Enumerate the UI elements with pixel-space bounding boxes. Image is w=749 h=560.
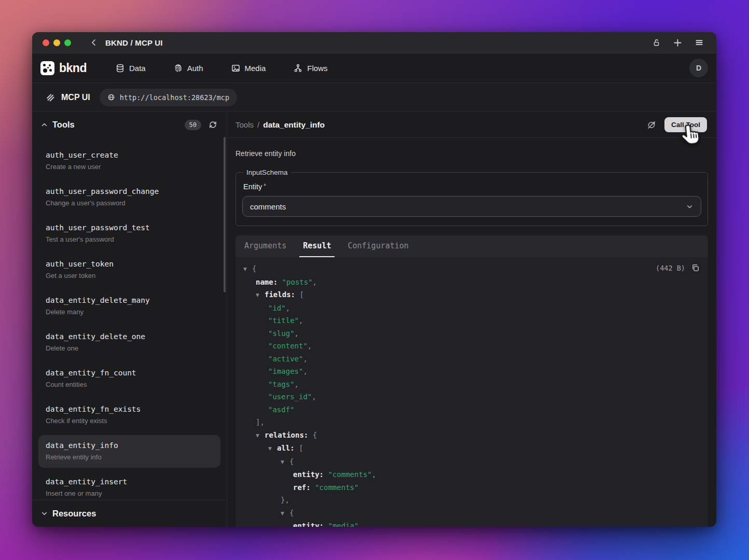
tool-name: auth_user_password_change	[46, 186, 213, 197]
tab-result[interactable]: Result	[299, 235, 335, 257]
tool-description: Insert one or many	[46, 489, 213, 498]
tool-description: Delete many	[46, 307, 213, 317]
auto-refresh-off-icon[interactable]	[647, 120, 656, 130]
nav-item-label: Media	[245, 64, 266, 73]
collapse-toggle-icon[interactable]: ▼	[243, 263, 252, 276]
json-punctuation: [	[299, 290, 303, 299]
input-schema-legend: InputSchema	[243, 169, 291, 176]
resources-section-title: Resources	[52, 509, 96, 519]
json-punctuation: ,	[358, 522, 363, 527]
lock-icon[interactable]	[652, 38, 661, 47]
window-controls	[32, 39, 71, 46]
tools-count-badge: 50	[185, 120, 201, 130]
chevron-up-icon	[40, 121, 48, 129]
database-icon	[116, 64, 124, 73]
select-chevron-down-icon	[686, 203, 693, 211]
json-line: name: "posts",	[235, 276, 708, 289]
json-string: "id"	[268, 304, 286, 312]
json-punctuation: ,	[286, 304, 290, 312]
json-line: "id",	[235, 302, 708, 315]
json-string: "images"	[268, 367, 303, 375]
back-button[interactable]	[90, 38, 98, 47]
copy-icon[interactable]	[691, 263, 700, 272]
new-tab-icon[interactable]	[673, 38, 682, 47]
tool-list-item-auth_user_password_change[interactable]: auth_user_password_changeChange a user's…	[38, 181, 220, 214]
tool-list-item-data_entity_fn_exists[interactable]: data_entity_fn_existsCheck if entity exi…	[38, 399, 220, 431]
menu-icon[interactable]	[695, 38, 704, 47]
entity-field-label: Entity*	[243, 183, 701, 191]
tool-name: auth_user_password_test	[46, 222, 213, 233]
required-mark: *	[263, 183, 266, 190]
json-string: "media"	[328, 522, 358, 527]
json-string: "comments"	[328, 470, 371, 479]
server-url: http://localhost:28623/mcp	[120, 93, 229, 102]
json-punctuation: {	[252, 264, 256, 273]
tool-name: auth_user_token	[46, 259, 213, 269]
minimize-window-button[interactable]	[53, 39, 60, 46]
tool-list-item-data_entity_fn_count[interactable]: data_entity_fn_countCount entities	[38, 362, 220, 395]
tool-name: data_entity_fn_exists	[46, 404, 213, 414]
collapse-toggle-icon[interactable]: ▼	[281, 456, 289, 469]
breadcrumb-parent[interactable]: Tools	[235, 120, 254, 129]
json-line: "users_id",	[235, 390, 708, 403]
tab-configuration[interactable]: Configuration	[344, 235, 412, 257]
nav-item-flows[interactable]: Flows	[294, 64, 327, 73]
collapse-toggle-icon[interactable]: ▼	[281, 507, 289, 520]
collapse-toggle-icon[interactable]: ▼	[256, 289, 265, 302]
tool-list-item-data_entity_insert[interactable]: data_entity_insertInsert one or many	[38, 471, 220, 500]
tool-name: data_entity_delete_one	[46, 331, 213, 342]
sidebar-scrollbar-thumb[interactable]	[224, 137, 226, 292]
globe-icon	[107, 93, 115, 101]
tools-sidebar: Tools 50 auth_user_createCreate a new us…	[32, 112, 227, 527]
tool-list-item-data_entity_delete_many[interactable]: data_entity_delete_manyDelete many	[38, 290, 220, 323]
mcp-header-bar: MCP UI http://localhost:28623/mcp	[32, 83, 716, 112]
json-line: ▼{	[235, 455, 708, 469]
page-title: MCP UI	[61, 93, 90, 102]
collapse-toggle-icon[interactable]: ▼	[256, 429, 265, 442]
zoom-window-button[interactable]	[64, 39, 71, 46]
json-punctuation: {	[289, 457, 294, 466]
json-string: "active"	[268, 355, 303, 363]
resources-section-header[interactable]: Resources	[32, 500, 227, 527]
close-window-button[interactable]	[43, 39, 49, 46]
tool-list-item-data_entity_info[interactable]: data_entity_infoRetrieve entity info	[38, 435, 220, 468]
chevron-down-icon	[40, 510, 48, 517]
server-url-pill[interactable]: http://localhost:28623/mcp	[100, 89, 237, 106]
tab-arguments[interactable]: Arguments	[241, 235, 290, 257]
json-key: entity:	[293, 522, 324, 527]
tool-list-item-auth_user_password_test[interactable]: auth_user_password_testTest a user's pas…	[38, 217, 220, 250]
json-line: ref: "comments"	[235, 481, 708, 494]
tool-list-item-auth_user_create[interactable]: auth_user_createCreate a new user	[38, 145, 220, 177]
tools-section-header[interactable]: Tools 50	[32, 112, 227, 137]
json-string: "comments"	[315, 483, 358, 492]
tools-section-title: Tools	[52, 120, 75, 130]
tool-list-item-data_entity_delete_one[interactable]: data_entity_delete_oneDelete one	[38, 326, 220, 359]
tool-description: Change a user's password	[46, 199, 213, 208]
collapse-toggle-icon[interactable]: ▼	[268, 442, 277, 455]
nav-item-auth[interactable]: Auth	[174, 64, 203, 73]
tool-list-item-auth_user_token[interactable]: auth_user_tokenGet a user token	[38, 254, 220, 286]
breadcrumb-separator: /	[257, 120, 259, 129]
json-string: "posts"	[282, 278, 313, 286]
nav-item-data[interactable]: Data	[116, 64, 146, 73]
json-punctuation	[295, 444, 299, 452]
json-punctuation: ,	[295, 380, 299, 388]
json-punctuation: ],	[256, 418, 265, 426]
tool-name: data_entity_insert	[46, 477, 213, 487]
tool-detail-header: Tools / data_entity_info Call Tool	[227, 112, 716, 138]
user-avatar[interactable]: D	[689, 59, 708, 77]
nav-item-label: Auth	[187, 64, 203, 73]
json-line: ▼fields: [	[235, 288, 708, 302]
refresh-icon[interactable]	[209, 120, 217, 129]
call-tool-button[interactable]: Call Tool	[664, 117, 707, 132]
json-line: ▼all: [	[235, 442, 708, 455]
json-line: "tags",	[235, 378, 708, 391]
entity-select[interactable]: comments	[242, 196, 701, 217]
json-punctuation	[311, 483, 315, 492]
nav-item-media[interactable]: Media	[231, 64, 266, 73]
json-punctuation	[278, 278, 282, 286]
json-line: "content",	[235, 340, 708, 353]
json-line: ▼{	[235, 262, 708, 276]
bknd-logo[interactable]: bknd	[40, 61, 87, 75]
bknd-logo-icon	[40, 61, 54, 75]
